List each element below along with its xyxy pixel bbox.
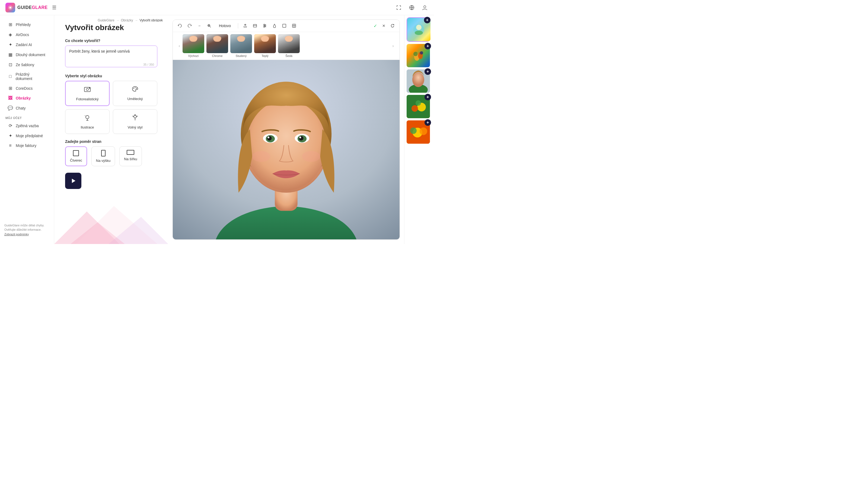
share-button[interactable] <box>241 22 249 30</box>
filter-teplo[interactable]: Teplý <box>254 34 276 58</box>
filter-strip: ‹ Výchozí <box>173 32 400 60</box>
filter-thumb-teplo <box>254 34 276 53</box>
sidebar-item-obrazky[interactable]: 🖼 Obrázky <box>2 94 52 103</box>
style-ilustrace[interactable]: Ilustrace <box>65 109 110 134</box>
sidebar-item-prazdny-dok[interactable]: □ Prázdný dokument <box>2 70 52 83</box>
generate-button[interactable] <box>65 173 82 189</box>
svg-point-69 <box>410 127 416 134</box>
style-grid: Fotorealistický Umělecký <box>65 81 157 134</box>
filter-seda[interactable]: Šedá <box>278 34 300 58</box>
filter-label-studeny: Studený <box>236 54 247 58</box>
header: GUIDEGLARE ☰ <box>0 0 434 15</box>
doc-icon: ▦ <box>8 52 13 57</box>
main-portrait-image <box>173 60 400 239</box>
gallery-item-5[interactable]: + <box>407 120 430 144</box>
zoom-out-button[interactable]: − <box>195 22 203 30</box>
sidebar-item-label: Zadání AI <box>16 42 32 47</box>
empty-doc-icon: □ <box>8 74 13 79</box>
grid-button[interactable] <box>290 22 298 30</box>
undo-button[interactable] <box>176 22 184 30</box>
svg-marker-20 <box>70 222 125 244</box>
style-label-umelecky: Umělecký <box>127 97 143 101</box>
sidebar-item-predplatne[interactable]: ✦ Moje předplatné <box>2 131 52 140</box>
sidebar-item-chaty[interactable]: 💬 Chaty <box>2 103 52 113</box>
style-umelecky[interactable]: Umělecký <box>113 81 157 106</box>
style-volny-styl[interactable]: Volný styl <box>113 109 157 134</box>
pencil-icon <box>84 114 91 123</box>
filter-prev-button[interactable]: ‹ <box>176 42 183 49</box>
sidebar-item-ze-sablony[interactable]: ⊡ Ze šablony <box>2 60 52 69</box>
filter-label-seda: Šedá <box>285 54 292 58</box>
filter-label-teplo: Teplý <box>261 54 269 58</box>
char-count: 35 / 350 <box>143 63 154 66</box>
style-label: Vyberte styl obrázku <box>65 74 157 78</box>
footer-link[interactable]: Zobrazit podmínky <box>4 233 29 236</box>
hotovo-button[interactable]: Hotovo <box>215 23 235 29</box>
breadcrumb-home[interactable]: GuideGlare <box>98 19 114 22</box>
add-to-gallery-2[interactable]: + <box>425 43 431 50</box>
sidebar-item-coredocs[interactable]: ⊞ CoreDocs <box>2 84 52 93</box>
coredocs-icon: ⊞ <box>8 86 13 91</box>
svg-point-9 <box>136 88 137 89</box>
svg-point-48 <box>268 137 269 138</box>
fill-button[interactable] <box>271 22 278 30</box>
sidebar-item-zpetna-vazba[interactable]: ⟳ Zpětná vazba <box>2 121 52 130</box>
gallery-item-2[interactable]: + <box>407 44 430 67</box>
header-left: GUIDEGLARE ☰ <box>5 3 56 12</box>
svg-line-13 <box>85 116 86 117</box>
menu-icon[interactable]: ☰ <box>52 5 56 10</box>
style-label-ilustrace: Ilustrace <box>81 125 94 129</box>
editor-toolbar: − Hotovo <box>173 20 400 32</box>
zoom-in-button[interactable] <box>205 22 213 30</box>
style-fotorealisticky[interactable]: Fotorealistický <box>65 81 110 106</box>
gallery-item-4[interactable]: + <box>407 95 430 118</box>
translate-icon[interactable] <box>408 4 415 11</box>
gallery-item-1[interactable]: + <box>407 18 430 42</box>
ratio-grid: Čtverec Na výšku Na šířku <box>65 147 157 166</box>
fullscreen-icon[interactable] <box>395 4 403 11</box>
sidebar-item-faktury[interactable]: ≡ Moje faktury <box>2 141 52 150</box>
filter-studeny[interactable]: Studený <box>230 34 252 58</box>
bg-decoration <box>54 190 168 244</box>
svg-point-8 <box>135 87 135 88</box>
filter-vychozi[interactable]: Výchozí <box>183 34 204 58</box>
center-panel: − Hotovo <box>168 15 404 244</box>
add-to-gallery-3[interactable]: + <box>425 68 431 75</box>
ratio-na-vysku[interactable]: Na výšku <box>91 147 115 166</box>
sidebar-item-label: Prázdný dokument <box>16 72 46 81</box>
filter-chrome[interactable]: Chrome <box>207 34 228 58</box>
close-editor-button[interactable]: ✕ <box>380 22 388 30</box>
ratio-label-na-sirku: Na šířku <box>124 157 137 161</box>
gallery-item-3[interactable]: + <box>407 69 430 93</box>
main-image-area <box>173 60 400 239</box>
right-panel: + + <box>404 15 434 244</box>
add-to-gallery-4[interactable]: + <box>425 94 431 100</box>
sidebar-item-airdocs[interactable]: ◈ AirDocs <box>2 30 52 39</box>
breadcrumb-arrow-2: → <box>134 19 138 22</box>
sidebar-item-prehled[interactable]: ⊞ Přehledy <box>2 20 52 29</box>
square-tool-button[interactable] <box>280 22 288 30</box>
sidebar-footer: GuideGlare může dělat chyby. Ověřujte dů… <box>0 220 54 240</box>
sidebar-item-zadani-ai[interactable]: ✦ Zadání AI <box>2 40 52 50</box>
sidebar-item-dlouhy-dok[interactable]: ▦ Dlouhý dokument <box>2 50 52 59</box>
redo-button[interactable] <box>186 22 193 30</box>
add-to-gallery-1[interactable]: + <box>424 17 431 23</box>
prompt-label: Co chcete vytvořit? <box>65 38 157 43</box>
ratio-ctverec[interactable]: Čtverec <box>65 147 87 166</box>
logo[interactable]: GUIDEGLARE <box>5 3 48 12</box>
refresh-button[interactable] <box>389 22 396 30</box>
user-icon[interactable] <box>421 4 429 11</box>
filter-next-button[interactable]: › <box>390 42 396 49</box>
confirm-button[interactable]: ✓ <box>371 22 379 30</box>
svg-point-31 <box>264 26 265 27</box>
breadcrumb-section[interactable]: Obrázky <box>121 19 133 22</box>
svg-point-30 <box>265 25 266 26</box>
portrait-icon <box>101 150 105 156</box>
add-to-gallery-5[interactable]: + <box>425 119 431 126</box>
adjust-button[interactable] <box>251 22 259 30</box>
filter-items: Výchozí Chrome <box>183 34 390 58</box>
svg-point-10 <box>86 116 89 119</box>
ratio-na-sirku[interactable]: Na šířku <box>119 147 142 166</box>
sliders-button[interactable] <box>261 22 269 30</box>
svg-point-51 <box>302 151 320 162</box>
